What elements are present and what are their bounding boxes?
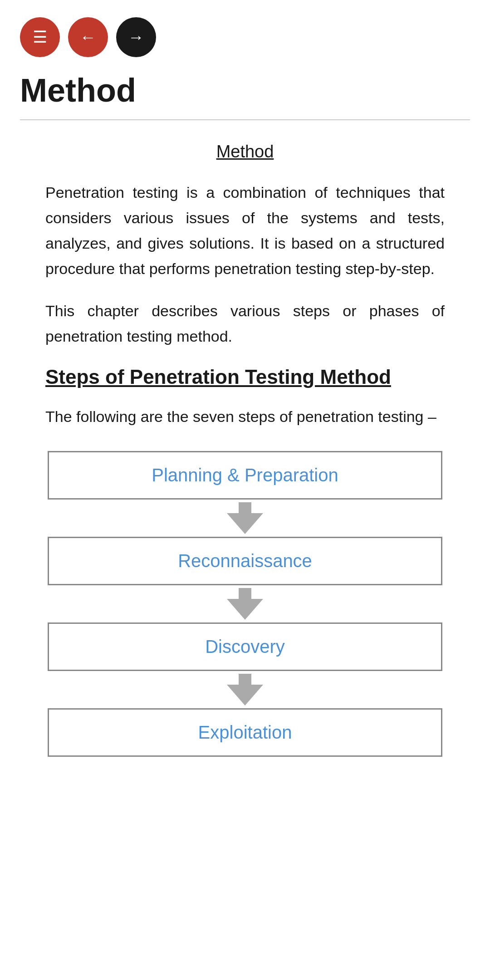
- top-navigation: ☰ ← →: [0, 0, 490, 68]
- section-link-title[interactable]: Method: [45, 142, 445, 162]
- page-title-section: Method: [0, 68, 490, 108]
- arrow-2: [227, 588, 263, 620]
- steps-heading: Steps of Penetration Testing Method: [45, 365, 445, 389]
- content-area: Method Penetration testing is a combinat…: [0, 120, 490, 784]
- paragraph-chapter: This chapter describes various steps or …: [45, 298, 445, 349]
- step-box-reconnaissance: Reconnaissance: [48, 537, 442, 585]
- steps-diagram: Planning & Preparation Reconnaissance Di…: [45, 451, 445, 757]
- back-button[interactable]: ←: [68, 17, 108, 57]
- page-title: Method: [20, 73, 470, 108]
- step-box-exploitation: Exploitation: [48, 708, 442, 757]
- arrow-1: [227, 502, 263, 534]
- step-box-planning: Planning & Preparation: [48, 451, 442, 500]
- menu-button[interactable]: ☰: [20, 17, 60, 57]
- step-box-discovery: Discovery: [48, 622, 442, 671]
- steps-intro-text: The following are the seven steps of pen…: [45, 404, 445, 429]
- paragraph-intro: Penetration testing is a combination of …: [45, 180, 445, 281]
- forward-button[interactable]: →: [116, 17, 156, 57]
- arrow-3: [227, 674, 263, 706]
